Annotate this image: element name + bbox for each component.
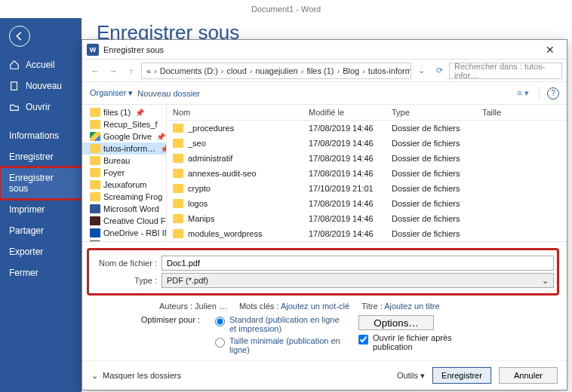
- breadcrumb-segment[interactable]: nuagejulien: [254, 66, 299, 75]
- nav-bar: ← → ↑ « ›Documents (D:)›cloud›nuagejulie…: [82, 60, 567, 82]
- file-row[interactable]: modules_wordpress17/08/2019 14:46Dossier…: [167, 226, 567, 241]
- folder-icon: [173, 124, 183, 133]
- breadcrumb-segment[interactable]: Blog: [341, 66, 361, 75]
- dialog-form: Nom de fichier : Type : PDF (*.pdf)⌄ Aut…: [82, 241, 567, 360]
- dialog-title: Enregistrer sous: [103, 45, 164, 54]
- file-row[interactable]: _seo17/08/2019 14:46Dossier de fichiers: [167, 136, 567, 151]
- backstage-item-fermer[interactable]: Fermer: [0, 262, 81, 283]
- folder-icon: [173, 154, 183, 163]
- filetype-select[interactable]: PDF (*.pdf)⌄: [161, 273, 554, 288]
- breadcrumb-segment[interactable]: Documents (D:): [158, 66, 220, 75]
- new-icon: [9, 81, 20, 91]
- help-button[interactable]: ?: [547, 87, 559, 100]
- backstage-item-enregistrer-sous[interactable]: Enregistrer sous: [0, 167, 81, 199]
- nav-forward-button[interactable]: →: [105, 63, 121, 79]
- dialog-titlebar[interactable]: W Enregistrer sous ✕: [82, 40, 567, 60]
- folder-tree[interactable]: files (1)📌Recup_Sites_fGoogle Drive📌tuto…: [82, 105, 167, 241]
- file-row[interactable]: crypto17/10/2019 21:01Dossier de fichier…: [167, 181, 567, 196]
- breadcrumb-segment[interactable]: tutos-informatique: [367, 66, 411, 75]
- file-row[interactable]: administratif17/08/2019 14:46Dossier de …: [167, 151, 567, 166]
- tree-item[interactable]: tutos-inform…📌: [82, 142, 166, 155]
- view-options-button[interactable]: ≡ ▾: [515, 85, 531, 102]
- file-list-header[interactable]: Nom Modifié le Type Taille: [167, 105, 567, 121]
- folder-icon: [173, 229, 183, 238]
- chevron-down-icon: ⌄: [91, 371, 98, 381]
- backstage-item-partager[interactable]: Partager: [0, 220, 81, 241]
- optimize-minsize-radio[interactable]: Taille minimale (publication en ligne): [215, 336, 343, 354]
- tree-item[interactable]: Screaming Frog: [82, 191, 166, 203]
- col-size[interactable]: Taille: [476, 105, 521, 120]
- file-row[interactable]: _procedures17/08/2019 14:46Dossier de fi…: [167, 121, 567, 136]
- folder-icon: [90, 108, 100, 117]
- filename-label: Nom de fichier :: [92, 259, 161, 268]
- file-list: Nom Modifié le Type Taille _procedures17…: [167, 105, 567, 241]
- backstage-item-nouveau[interactable]: Nouveau: [0, 75, 81, 96]
- backstage-item-accueil[interactable]: Accueil: [0, 54, 81, 75]
- folder-icon: [90, 228, 100, 237]
- save-button[interactable]: Enregistrer: [432, 367, 491, 384]
- refresh-button[interactable]: ⟳: [431, 63, 447, 79]
- dialog-toolbar: Organiser ▾ Nouveau dossier ≡ ▾ ?: [82, 82, 567, 105]
- hide-folders-toggle[interactable]: ⌄ Masquer les dossiers: [91, 371, 181, 381]
- cancel-button[interactable]: Annuler: [499, 367, 558, 384]
- arrow-left-icon: [14, 31, 25, 41]
- folder-icon: [90, 180, 100, 189]
- optimize-label: Optimiser pour :: [135, 315, 200, 324]
- backstage-item-informations[interactable]: Informations: [0, 125, 81, 146]
- folder-icon: [173, 169, 183, 178]
- authors-label: Auteurs :: [159, 302, 192, 311]
- tools-menu[interactable]: Outils ▾: [397, 371, 425, 381]
- tags-input[interactable]: Ajoutez un mot-clé: [281, 302, 349, 311]
- breadcrumb-segment[interactable]: files (1): [305, 66, 335, 75]
- file-row[interactable]: annexes-audit-seo17/08/2019 14:46Dossier…: [167, 166, 567, 181]
- tags-label: Mots clés :: [239, 302, 279, 311]
- breadcrumb-dropdown[interactable]: ⌄: [413, 63, 429, 79]
- tree-item[interactable]: OneDrive - RBI INI: [82, 227, 166, 239]
- tree-item[interactable]: Google Drive📌: [82, 130, 166, 142]
- save-as-dialog: W Enregistrer sous ✕ ← → ↑ « ›Documents …: [81, 39, 567, 390]
- organize-menu[interactable]: Organiser ▾: [90, 88, 133, 98]
- file-row[interactable]: Manips17/08/2019 14:46Dossier de fichier…: [167, 211, 567, 226]
- tree-item[interactable]: Microsoft Word: [82, 203, 166, 215]
- backstage-item-enregistrer[interactable]: Enregistrer: [0, 146, 81, 167]
- pin-icon: 📌: [156, 133, 165, 141]
- nav-back-button[interactable]: ←: [87, 63, 103, 79]
- svg-rect-0: [11, 82, 17, 90]
- search-input[interactable]: Rechercher dans : tutos-infor…: [449, 63, 562, 79]
- tree-item[interactable]: Jeuxaforum: [82, 179, 166, 191]
- nav-up-button[interactable]: ↑: [123, 63, 140, 79]
- options-button[interactable]: Options…: [358, 315, 434, 330]
- tree-item[interactable]: Creative Cloud Fil: [82, 215, 166, 227]
- backstage-item-ouvrir[interactable]: Ouvrir: [0, 96, 81, 118]
- optimize-standard-radio[interactable]: Standard (publication en ligne et impres…: [215, 315, 343, 333]
- tree-item[interactable]: files (1)📌: [82, 106, 166, 118]
- col-name[interactable]: Nom: [167, 105, 303, 120]
- app-titlebar: Document1 - Word: [0, 0, 572, 18]
- backstage-item-imprimer[interactable]: Imprimer: [0, 199, 81, 220]
- folder-icon: [173, 184, 183, 193]
- file-row[interactable]: logos17/08/2019 14:46Dossier de fichiers: [167, 196, 567, 211]
- breadcrumb-segment[interactable]: cloud: [226, 66, 248, 75]
- breadcrumb[interactable]: « ›Documents (D:)›cloud›nuagejulien›file…: [141, 63, 411, 79]
- col-type[interactable]: Type: [386, 105, 476, 120]
- highlight-box: Nom de fichier : Type : PDF (*.pdf)⌄: [87, 248, 559, 296]
- filename-input[interactable]: [161, 256, 554, 271]
- backstage-item-exporter[interactable]: Exporter: [0, 241, 81, 262]
- new-folder-button[interactable]: Nouveau dossier: [137, 89, 200, 98]
- home-icon: [9, 60, 20, 70]
- folder-icon: [90, 144, 100, 153]
- tree-item[interactable]: Recup_Sites_f: [82, 118, 166, 130]
- tree-item[interactable]: Bureau: [82, 155, 166, 167]
- title-label: Titre :: [361, 302, 383, 311]
- pin-icon: 📌: [160, 145, 166, 153]
- tree-item[interactable]: Foyer: [82, 167, 166, 179]
- close-button[interactable]: ✕: [538, 44, 562, 56]
- back-button[interactable]: [9, 26, 30, 47]
- title-input[interactable]: Ajoutez un titre: [384, 302, 439, 311]
- folder-icon: [173, 199, 183, 208]
- col-date[interactable]: Modifié le: [303, 105, 386, 120]
- folder-icon: [90, 120, 100, 129]
- authors-value[interactable]: Julien …: [195, 302, 227, 311]
- open-icon: [9, 102, 20, 112]
- open-after-checkbox[interactable]: Ouvrir le fichier après publication: [358, 333, 487, 351]
